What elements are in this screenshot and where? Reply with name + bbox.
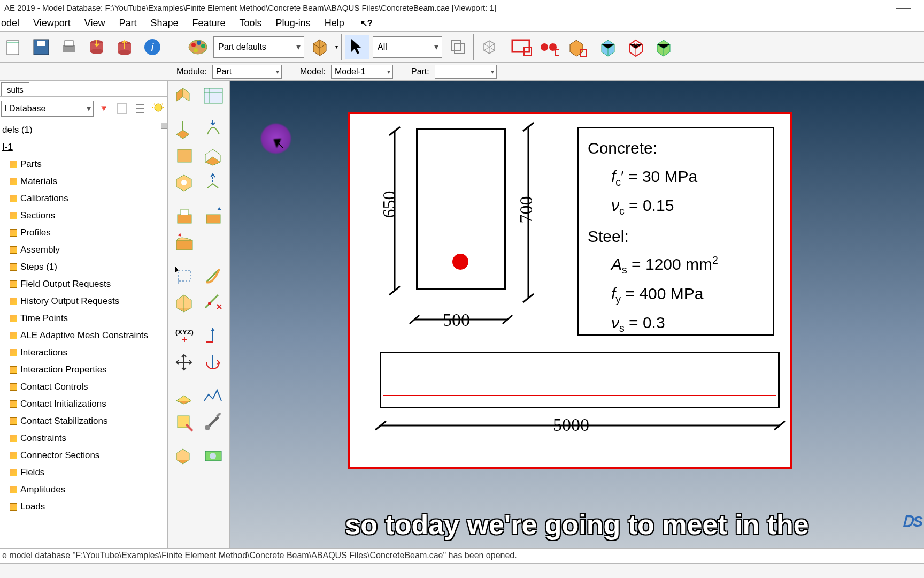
solid-extrude-button[interactable] (171, 116, 198, 142)
tree-item-amplitudes[interactable]: Amplitudes (9, 481, 167, 498)
info-button[interactable]: i (140, 35, 165, 59)
csys-button[interactable] (199, 323, 227, 348)
menu-part[interactable]: Part (112, 17, 143, 30)
xyz-coord-button[interactable]: (XYZ)+ (171, 323, 198, 348)
menu-model[interactable]: odel (0, 17, 26, 30)
tree-item-time-points[interactable]: Time Points (9, 310, 167, 327)
wireframe-box-button[interactable] (477, 35, 502, 59)
assembly-cash-button[interactable] (199, 443, 227, 468)
svg-rect-26 (117, 104, 127, 113)
solid-loft-button[interactable] (199, 143, 227, 169)
tree-item-label: Interactions (20, 347, 67, 358)
translate-button[interactable] (171, 349, 198, 375)
tree-item-fields[interactable]: Fields (9, 464, 167, 481)
tree-root-models[interactable]: dels (1) (1, 121, 167, 139)
shell-revolve-button[interactable] (199, 170, 227, 195)
svg-rect-33 (176, 240, 192, 250)
solid-sweep-button[interactable] (171, 143, 198, 169)
tree-item-label: Constraints (20, 433, 66, 444)
round-button[interactable] (171, 230, 198, 255)
cli-area[interactable] (0, 563, 924, 578)
assembly-create-button[interactable] (171, 443, 198, 468)
new-model-button[interactable] (1, 35, 26, 59)
green-cube-button[interactable] (651, 35, 676, 59)
menu-viewport[interactable]: Viewport (27, 17, 77, 30)
tree-item-calibrations[interactable]: Calibrations (9, 190, 167, 207)
results-tab[interactable]: sults (1, 82, 29, 96)
select-arrow-button[interactable] (345, 35, 369, 59)
module-toolbox: + (XYZ)+ (168, 81, 230, 548)
expand-icon[interactable] (114, 101, 130, 117)
tree-item-assembly[interactable]: Assembly (9, 241, 167, 258)
solid-revolve-button[interactable] (199, 116, 227, 142)
red-dots-button[interactable] (536, 35, 561, 59)
tree-item-materials[interactable]: Materials (9, 173, 167, 190)
tree-settings-icon[interactable] (132, 101, 148, 117)
tree-item-interactions[interactable]: Interactions (9, 344, 167, 361)
database-filter-dropdown[interactable]: l Database (1, 101, 94, 117)
partition-edge-button[interactable] (199, 290, 227, 315)
cyan-cube-button[interactable] (596, 35, 620, 59)
shell-extrude-button[interactable] (171, 170, 198, 195)
tree-item-sections[interactable]: Sections (9, 207, 167, 224)
tree-item-loads[interactable]: Loads (9, 498, 167, 515)
chamfer-button[interactable] (199, 230, 227, 255)
tree-model-1[interactable]: l-1 (1, 139, 167, 156)
partition-cell-button[interactable] (171, 290, 198, 315)
tree-item-connector-sections[interactable]: Connector Sections (9, 447, 167, 464)
steel-header: Steel: (588, 224, 764, 249)
part-dropdown[interactable] (435, 65, 497, 79)
print-button[interactable] (57, 35, 81, 59)
tree-item-parts[interactable]: Parts (9, 156, 167, 173)
render-box-button[interactable] (307, 35, 332, 59)
export-db-button[interactable] (112, 35, 137, 59)
datum-plane-button[interactable]: + (171, 263, 198, 288)
menu-tools[interactable]: Tools (233, 17, 268, 30)
datum-axis-button[interactable] (199, 263, 227, 288)
tree-item-history-output-requests[interactable]: History Output Requests (9, 293, 167, 310)
shaded-box-button[interactable] (564, 35, 589, 59)
selection-filter-dropdown[interactable]: All (373, 36, 442, 58)
red-cube-button[interactable] (623, 35, 648, 59)
tree-item-contact-initializations[interactable]: Contact Initializations (9, 396, 167, 413)
tree-item-label: Amplitudes (20, 484, 65, 495)
menu-plugins[interactable]: Plug-ins (270, 17, 317, 30)
part-manager-button[interactable] (199, 83, 227, 109)
import-db-button[interactable] (84, 35, 109, 59)
cut-extrude-button[interactable] (171, 203, 198, 229)
viewport[interactable]: ↖ 650 700 (230, 81, 924, 548)
part-defaults-dropdown[interactable]: Part defaults (213, 36, 304, 58)
menu-shape[interactable]: Shape (144, 17, 184, 30)
mesh-plot-button[interactable] (199, 383, 227, 408)
tree-item-constraints[interactable]: Constraints (9, 430, 167, 447)
filter-icon[interactable]: 🔻 (96, 101, 112, 117)
menu-view[interactable]: View (78, 17, 112, 30)
cut-revolve-button[interactable] (199, 203, 227, 229)
tree-item-contact-controls[interactable]: Contact Controls (9, 378, 167, 396)
red-rect-button[interactable] (509, 35, 533, 59)
tree-item-profiles[interactable]: Profiles (9, 224, 167, 241)
select-stack-button[interactable] (445, 35, 470, 59)
mesh-seed-button[interactable] (171, 383, 198, 408)
tree-item-ale-adaptive-mesh-constraints[interactable]: ALE Adaptive Mesh Constraints (9, 327, 167, 344)
tree-scrollbar[interactable] (161, 123, 167, 129)
folder-icon (10, 280, 17, 288)
lightbulb-icon[interactable] (150, 101, 166, 117)
tree-item-interaction-properties[interactable]: Interaction Properties (9, 361, 167, 378)
menu-feature[interactable]: Feature (186, 17, 232, 30)
tree-item-steps-1-[interactable]: Steps (1) (9, 258, 167, 276)
tree-item-field-output-requests[interactable]: Field Output Requests (9, 276, 167, 293)
whats-this-icon[interactable]: ↖? (354, 17, 379, 29)
edit-mesh-button[interactable] (171, 409, 198, 435)
minimize-button[interactable]: — (888, 0, 920, 16)
mesh-tools-button[interactable] (199, 409, 227, 435)
rotate-button[interactable] (199, 349, 227, 375)
menu-help[interactable]: Help (318, 17, 351, 30)
model-dropdown[interactable]: Model-1 (331, 65, 393, 79)
module-dropdown[interactable]: Part (212, 65, 282, 79)
svg-rect-18 (451, 41, 461, 50)
create-part-button[interactable] (171, 83, 198, 109)
save-button[interactable] (29, 35, 53, 59)
color-palette-button[interactable] (186, 35, 210, 59)
tree-item-contact-stabilizations[interactable]: Contact Stabilizations (9, 413, 167, 430)
